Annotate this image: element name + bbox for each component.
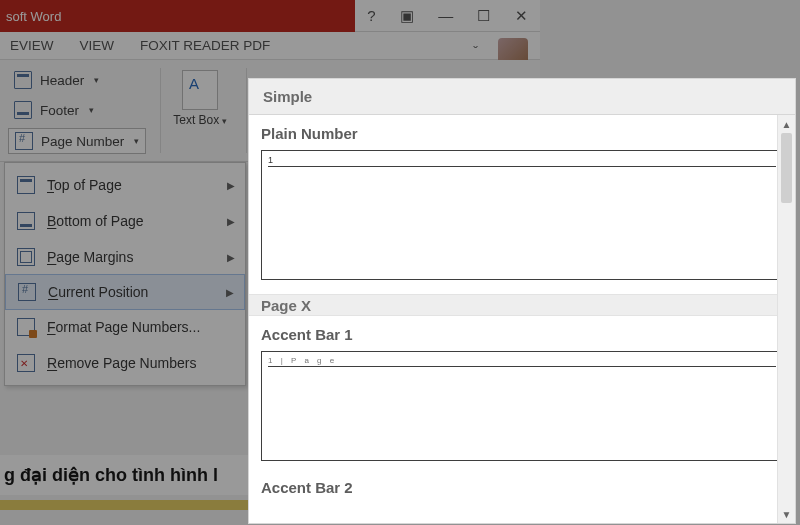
- minimize-icon[interactable]: —: [438, 7, 453, 24]
- text-box-icon: [182, 70, 218, 110]
- footer-label: Footer: [40, 103, 79, 118]
- gallery-item-accent-bar-1-label: Accent Bar 1: [249, 316, 795, 351]
- document-highlight: [0, 500, 250, 510]
- gallery-scrollbar[interactable]: ▲ ▼: [777, 115, 795, 523]
- menu-current-position[interactable]: Current Position ▶: [5, 274, 245, 310]
- maximize-icon[interactable]: ☐: [477, 7, 490, 25]
- gallery-item-plain-number[interactable]: 1: [261, 150, 783, 280]
- gallery-item-plain-number-label: Plain Number: [249, 115, 795, 150]
- scroll-up-icon[interactable]: ▲: [778, 115, 795, 133]
- tab-view[interactable]: VIEW: [80, 38, 115, 53]
- preview-text: 1 | P a g e: [268, 356, 337, 365]
- scroll-thumb[interactable]: [781, 133, 792, 203]
- menu-bottom-of-page[interactable]: Bottom of Page ▶: [5, 203, 245, 239]
- header-icon: [14, 71, 32, 89]
- bottom-of-page-icon: [17, 212, 35, 230]
- scroll-down-icon[interactable]: ▼: [778, 505, 795, 523]
- page-number-icon: [15, 132, 33, 150]
- chevron-down-icon: ▾: [94, 75, 99, 85]
- text-box-button[interactable]: Text Box ▾: [172, 70, 228, 127]
- format-page-numbers-icon: [17, 318, 35, 336]
- menu-page-margins[interactable]: Page Margins ▶: [5, 239, 245, 275]
- top-of-page-icon: [17, 176, 35, 194]
- ribbon-collapse-icon[interactable]: ˇ: [473, 44, 478, 60]
- ribbon-options-icon[interactable]: ▣: [400, 7, 414, 25]
- header-label: Header: [40, 73, 84, 88]
- current-position-icon: [18, 283, 36, 301]
- menu-top-of-page[interactable]: Top of Page ▶: [5, 167, 245, 203]
- gallery-group-pagex: Page X: [249, 294, 795, 316]
- text-box-label: Text Box: [173, 113, 219, 127]
- chevron-right-icon: ▶: [227, 216, 235, 227]
- footer-icon: [14, 101, 32, 119]
- preview-text: 1: [268, 155, 275, 165]
- chevron-right-icon: ▶: [226, 287, 234, 298]
- close-icon[interactable]: ✕: [515, 7, 528, 25]
- footer-button[interactable]: Footer ▾: [8, 98, 146, 122]
- gallery-item-accent-bar-2-label: Accent Bar 2: [249, 469, 795, 504]
- gallery-group-simple: Simple: [248, 78, 796, 114]
- page-number-button[interactable]: Page Number ▾: [8, 128, 146, 154]
- chevron-right-icon: ▶: [227, 252, 235, 263]
- remove-page-numbers-icon: [17, 354, 35, 372]
- tab-review[interactable]: EVIEW: [10, 38, 54, 53]
- chevron-down-icon: ▾: [134, 136, 139, 146]
- page-number-menu: Top of Page ▶ Bottom of Page ▶ Page Marg…: [4, 162, 246, 386]
- chevron-right-icon: ▶: [227, 180, 235, 191]
- menu-remove-page-numbers[interactable]: Remove Page Numbers: [5, 345, 245, 381]
- chevron-down-icon: ▾: [219, 116, 227, 126]
- scroll-track[interactable]: [778, 133, 795, 505]
- app-title: soft Word: [0, 9, 61, 24]
- header-button[interactable]: Header ▾: [8, 68, 146, 92]
- window-controls: ? ▣ — ☐ ✕: [355, 0, 540, 32]
- gallery-item-accent-bar-1[interactable]: 1 | P a g e: [261, 351, 783, 461]
- help-icon[interactable]: ?: [367, 7, 375, 24]
- page-margins-icon: [17, 248, 35, 266]
- menu-format-page-numbers[interactable]: Format Page Numbers...: [5, 309, 245, 345]
- chevron-down-icon: ▾: [89, 105, 94, 115]
- document-text: g đại diện cho tình hình l: [0, 455, 250, 495]
- page-number-label: Page Number: [41, 134, 124, 149]
- page-number-gallery: Simple Plain Number 1 Page X Accent Bar …: [248, 78, 796, 524]
- tab-foxit[interactable]: FOXIT READER PDF: [140, 38, 270, 53]
